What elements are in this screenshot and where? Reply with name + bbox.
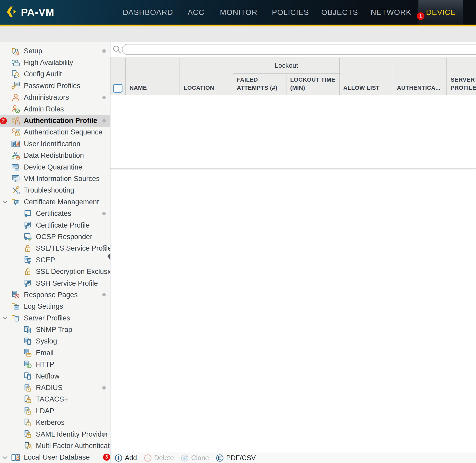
sidebar-item-label: SNMP Trap [36, 326, 72, 334]
select-all-checkbox checkbox-icon[interactable] [113, 84, 122, 93]
sidebar-item-local-user-database[interactable]: Local User Database [0, 452, 110, 463]
nav-tab-objects[interactable]: OBJECTS [321, 0, 358, 25]
server-doc-icon [23, 371, 32, 381]
server-lock-icon [23, 430, 32, 439]
sidebar-item-certificates[interactable]: Certificates [0, 208, 110, 219]
nav-tab-policies[interactable]: POLICIES [272, 0, 309, 25]
sidebar-item-ldap[interactable]: LDAP [0, 405, 110, 417]
server-lock-icon [23, 418, 32, 427]
sidebar-item-snmp-trap[interactable]: SNMP Trap [0, 324, 110, 335]
clone-button[interactable]: Clone [181, 454, 209, 462]
folder-wrench-icon [11, 46, 20, 56]
sidebar-item-label: Troubleshooting [24, 186, 74, 194]
search-input[interactable] [122, 44, 476, 55]
column-header-authentication[interactable]: AUTHENTICA... [393, 58, 447, 95]
sidebar-item-certificate-management[interactable]: Certificate Management [0, 196, 110, 208]
sidebar-item-label: Setup [24, 47, 42, 55]
sidebar-item-tacacs[interactable]: TACACS+ [0, 394, 110, 405]
nav-tab-dashboard[interactable]: DASHBOARD [123, 0, 173, 25]
toolbar-button-label: PDF/CSV [226, 454, 256, 462]
sidebar-item-user-identification[interactable]: User Identification [0, 138, 110, 150]
sidebar-item-authentication-sequence[interactable]: 123Authentication Sequence [0, 127, 110, 138]
sidebar-item-label: Certificate Management [24, 198, 99, 206]
nav-tab-label: NETWORK [371, 8, 411, 17]
server-lock-icon [23, 395, 32, 404]
sidebar-item-ssh-service-profile[interactable]: SSH Service Profile [0, 278, 110, 289]
column-header-allow_list[interactable]: ALLOW LIST [340, 58, 393, 95]
sidebar-item-authentication-profile[interactable]: Authentication Profile [0, 115, 110, 126]
sidebar-item-label: Certificates [36, 210, 71, 218]
sidebar-item-http[interactable]: HTTP [0, 359, 110, 370]
sidebar-item-label: SSH Service Profile [36, 279, 98, 287]
nav-tab-monitor[interactable]: MONITOR [220, 0, 257, 25]
sidebar-item-vm-information-sources[interactable]: VM Information Sources [0, 173, 110, 184]
sidebar-item-syslog[interactable]: Syslog [0, 336, 110, 347]
chevron-down-icon[interactable] [2, 315, 8, 321]
sidebar-item-response-pages[interactable]: Response Pages [0, 289, 110, 301]
sidebar-item-setup[interactable]: Setup [0, 45, 110, 57]
sidebar-item-scep[interactable]: SCEP [0, 254, 110, 266]
main-content: NAMELOCATIONFAILED ATTEMPTS (#)LOCKOUT T… [110, 42, 476, 463]
sidebar-item-troubleshooting[interactable]: Troubleshooting [0, 185, 110, 196]
folder-cert-icon [11, 197, 20, 207]
sidebar-item-high-availability[interactable]: High Availability [0, 57, 110, 68]
delete-button[interactable]: Delete [144, 454, 174, 462]
nav-tab-device[interactable]: DEVICE [426, 0, 456, 25]
sidebar-item-password-profiles[interactable]: Password Profiles [0, 80, 110, 92]
status-dot [102, 386, 106, 389]
sidebar-item-label: User Identification [24, 140, 80, 148]
sidebar-item-certificate-profile[interactable]: Certificate Profile [0, 219, 110, 231]
sidebar-item-ssl-tls-service-profile[interactable]: SSL/TLS Service Profile [0, 243, 110, 254]
sidebar-item-multi-factor-authentication[interactable]: Multi Factor Authentication [0, 440, 110, 451]
sidebar-item-label: Multi Factor Authentication [36, 442, 110, 450]
status-dot [102, 433, 106, 436]
brand-title: PA-VM [21, 7, 54, 18]
doc-globe-icon [23, 360, 32, 369]
chevron-down-icon[interactable] [2, 454, 8, 461]
column-header-label: LOCKOUT TIME (MIN) [290, 76, 337, 92]
sidebar-item-netflow[interactable]: Netflow [0, 370, 110, 382]
sidebar-item-server-profiles[interactable]: Server Profiles [0, 312, 110, 324]
sidebar-item-saml-identity-provider[interactable]: SAML Identity Provider [0, 428, 110, 440]
sidebar-item-radius[interactable]: RADIUS [0, 382, 110, 393]
sidebar-item-ssl-decryption-exclusion[interactable]: SSL Decryption Exclusion [0, 266, 110, 277]
server-lock-icon [23, 383, 32, 393]
sidebar-item-log-settings[interactable]: Log Settings [0, 301, 110, 312]
sidebar-item-ocsp-responder[interactable]: OCSP Responder [0, 231, 110, 242]
column-header-name[interactable]: NAME [126, 58, 180, 95]
sidebar-item-label: Password Profiles [24, 82, 80, 90]
column-header-server_profile[interactable]: SERVER PROFILE [447, 58, 476, 95]
server-lock-icon [23, 406, 32, 416]
sidebar-item-device-quarantine[interactable]: Device Quarantine [0, 161, 110, 173]
column-header-label: FAILED ATTEMPTS (#) [237, 76, 284, 92]
sidebar-collapse-handle collapse-left-icon[interactable] [108, 253, 110, 260]
crossed-tools-icon [11, 186, 20, 195]
select-all-header-cell [110, 58, 126, 95]
toolbar-button-label: Clone [191, 454, 209, 462]
subheader-strip [0, 26, 476, 42]
nav-tab-network[interactable]: NETWORK [371, 0, 411, 25]
lock-person-icon [11, 116, 20, 126]
pdf-csv-button[interactable]: PDF/CSV [216, 454, 256, 462]
sidebar-item-admin-roles[interactable]: Admin Roles [0, 103, 110, 115]
column-header-location[interactable]: LOCATION [180, 58, 233, 95]
sidebar-item-kerberos[interactable]: Kerberos [0, 417, 110, 428]
sidebar-item-config-audit[interactable]: Config Audit [0, 69, 110, 80]
sidebar-item-label: Local User Database [24, 453, 90, 461]
column-header-label: SERVER PROFILE [451, 76, 476, 92]
sidebar-item-label: Authentication Profile [24, 117, 97, 125]
sidebar-item-administrators[interactable]: Administrators [0, 92, 110, 103]
add-button[interactable]: Add [115, 454, 137, 462]
sidebar-item-label: Response Pages [24, 291, 78, 299]
sidebar-item-label: TACACS+ [36, 395, 68, 403]
column-header-label: ALLOW LIST [343, 84, 391, 92]
nav-tab-acc[interactable]: ACC [188, 0, 204, 25]
sidebar-item-label: Email [36, 349, 54, 357]
table-body-divider [110, 168, 476, 168]
sidebar-item-email[interactable]: Email [0, 347, 110, 359]
phone-lock-icon [23, 441, 32, 450]
chevron-down-icon[interactable] [2, 199, 8, 205]
sidebar-item-label: SCEP [36, 256, 55, 264]
sidebar-item-data-redistribution[interactable]: Data Redistribution [0, 150, 110, 161]
monitor-icon [11, 174, 20, 183]
